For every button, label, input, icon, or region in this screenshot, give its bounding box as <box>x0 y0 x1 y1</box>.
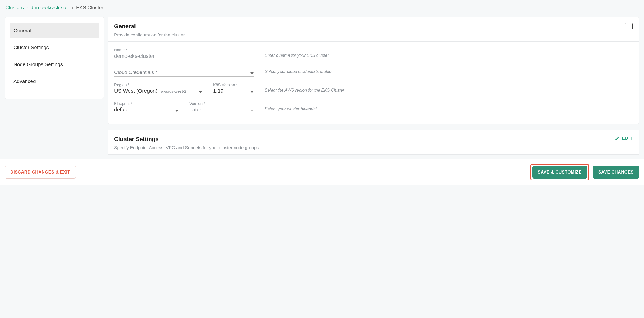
sidebar-item-label: Node Groups Settings <box>13 62 63 67</box>
expand-icon[interactable] <box>625 23 633 29</box>
chevron-down-icon <box>199 91 202 93</box>
sidebar-item-cluster-settings[interactable]: Cluster Settings <box>10 40 99 55</box>
sidebar-item-node-groups[interactable]: Node Groups Settings <box>10 57 99 72</box>
blueprint-value: default <box>114 106 179 114</box>
sidebar-item-general[interactable]: General <box>10 23 99 38</box>
version-label: Version * <box>189 101 254 106</box>
save-customize-button[interactable]: SAVE & CUSTOMIZE <box>532 166 587 179</box>
k8s-value: 1.19 <box>213 87 254 95</box>
chevron-down-icon <box>250 91 254 93</box>
save-changes-button[interactable]: SAVE CHANGES <box>593 166 639 179</box>
cluster-settings-subtitle: Specify Endpoint Access, VPC and Subnets… <box>114 145 259 151</box>
chevron-down-icon <box>250 110 254 112</box>
sidebar-item-advanced[interactable]: Advanced <box>10 74 99 89</box>
discard-button[interactable]: DISCARD CHANGES & EXIT <box>5 166 76 179</box>
name-label: Name * <box>114 48 254 52</box>
blueprint-help: Select your cluster blueprint <box>265 107 633 114</box>
blueprint-select[interactable]: Blueprint * default <box>114 101 179 114</box>
sidebar-item-label: General <box>13 28 31 33</box>
name-input[interactable] <box>114 53 254 60</box>
region-value: US West (Oregon) <box>114 88 157 94</box>
blueprint-label: Blueprint * <box>114 101 179 106</box>
chevron-right-icon: › <box>72 5 73 11</box>
cloud-credentials-label: Cloud Credentials * <box>114 69 254 76</box>
edit-label: EDIT <box>622 136 633 141</box>
cloud-credentials-select[interactable]: Cloud Credentials * <box>114 69 254 77</box>
sidebar: General Cluster Settings Node Groups Set… <box>5 17 104 99</box>
cluster-settings-card: Cluster Settings Specify Endpoint Access… <box>108 130 639 155</box>
version-value: Latest <box>189 106 254 114</box>
chevron-down-icon <box>175 110 178 112</box>
chevron-down-icon <box>250 72 254 74</box>
chevron-right-icon: › <box>26 5 28 11</box>
highlight-annotation: SAVE & CUSTOMIZE <box>530 164 589 180</box>
pencil-icon <box>615 136 620 141</box>
edit-button[interactable]: EDIT <box>615 136 633 141</box>
footer-bar: DISCARD CHANGES & EXIT SAVE & CUSTOMIZE … <box>0 159 644 185</box>
general-title: General <box>114 23 185 30</box>
version-select[interactable]: Version * Latest <box>189 101 254 114</box>
breadcrumb-current: EKS Cluster <box>76 5 103 11</box>
general-card: General Provide configuration for the cl… <box>108 17 639 124</box>
name-help: Enter a name for your EKS cluster <box>265 53 633 60</box>
region-label: Region * <box>114 82 203 87</box>
cluster-settings-title: Cluster Settings <box>114 136 259 143</box>
k8s-label: K8S Version * <box>213 82 254 87</box>
general-subtitle: Provide configuration for the cluster <box>114 32 185 38</box>
region-sub: aws/us-west-2 <box>161 89 186 93</box>
region-help: Select the AWS region for the EKS Cluste… <box>265 88 633 95</box>
breadcrumb-root[interactable]: Clusters <box>5 5 24 11</box>
sidebar-item-label: Cluster Settings <box>13 45 49 50</box>
cloud-credentials-help: Select your cloud credentials profile <box>265 69 633 77</box>
breadcrumb: Clusters › demo-eks-cluster › EKS Cluste… <box>5 5 639 11</box>
region-select[interactable]: Region * US West (Oregon) aws/us-west-2 <box>114 82 203 95</box>
breadcrumb-cluster[interactable]: demo-eks-cluster <box>31 5 69 11</box>
name-field[interactable]: Name * <box>114 48 254 60</box>
sidebar-item-label: Advanced <box>13 78 36 84</box>
k8s-version-select[interactable]: K8S Version * 1.19 <box>213 82 254 95</box>
